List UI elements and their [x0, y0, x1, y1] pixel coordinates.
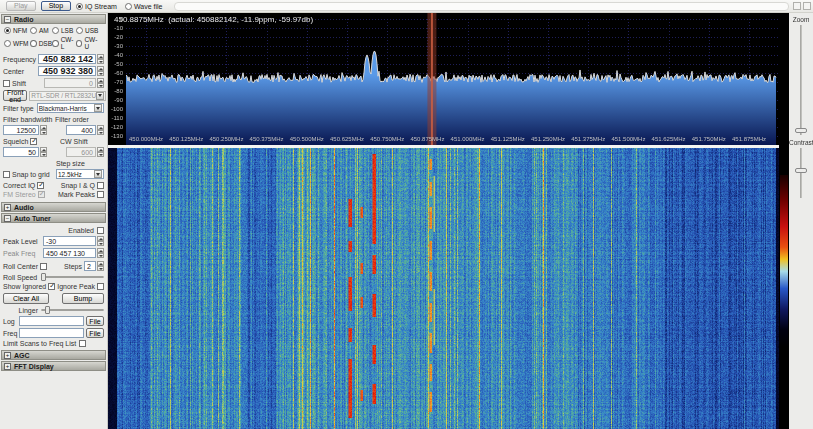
- collapse-icon[interactable]: −: [4, 215, 11, 222]
- ignore-peak-label: Ignore Peak: [57, 283, 95, 290]
- linger-slider[interactable]: [41, 306, 104, 314]
- filter-bandwidth-input[interactable]: 12500: [3, 125, 39, 135]
- agc-section-header[interactable]: + AGC: [1, 350, 106, 360]
- iq-stream-label: IQ Stream: [85, 3, 117, 10]
- freq-tick-label: 450.625MHz: [327, 136, 367, 142]
- snap-to-grid-checkbox[interactable]: [3, 171, 10, 178]
- sidebar: − Radio NFM AM LSB USB WFM DSB CW-L CW-U…: [0, 13, 108, 429]
- mode-am[interactable]: AM: [30, 27, 52, 34]
- db-tick-label: -40: [108, 52, 123, 58]
- fft-display-section-header[interactable]: + FFT Display: [1, 361, 106, 371]
- frequency-spinner[interactable]: [97, 54, 104, 64]
- filter-order-spinner[interactable]: [97, 125, 104, 135]
- front-end-button[interactable]: Front end: [3, 90, 27, 101]
- contrast-slider[interactable]: [789, 148, 813, 198]
- snap-iq-checkbox[interactable]: [97, 182, 104, 189]
- roll-center-checkbox[interactable]: [40, 263, 47, 270]
- mode-wfm[interactable]: WFM: [4, 36, 30, 50]
- center-spinner[interactable]: [97, 66, 104, 76]
- slider-thumb[interactable]: [41, 273, 46, 281]
- shift-spinner[interactable]: [97, 78, 104, 88]
- mode-lsb-radio-icon: [52, 27, 59, 34]
- expand-icon[interactable]: +: [4, 363, 11, 370]
- mode-cwl[interactable]: CW-L: [52, 36, 76, 50]
- step-size-select[interactable]: 12.5kHz: [56, 169, 104, 179]
- frequency-input[interactable]: 450 882 142: [38, 54, 96, 64]
- mode-cwu[interactable]: CW-U: [76, 36, 100, 50]
- correct-iq-checkbox[interactable]: [37, 182, 44, 189]
- limit-scans-checkbox[interactable]: [79, 340, 86, 347]
- dropdown-arrow-icon: [94, 104, 102, 112]
- mode-dsb[interactable]: DSB: [30, 36, 52, 50]
- freq-tick-label: 451.125MHz: [488, 136, 528, 142]
- play-button[interactable]: Play: [6, 1, 36, 11]
- corner-button-1[interactable]: [793, 2, 801, 10]
- linger-label: Linger: [3, 307, 41, 314]
- mode-nfm[interactable]: NFM: [4, 27, 30, 34]
- cw-shift-spinner[interactable]: [97, 147, 104, 157]
- db-tick-label: -30: [108, 43, 123, 49]
- corner-button-2[interactable]: [803, 2, 811, 10]
- cw-shift-input[interactable]: 600: [66, 147, 96, 157]
- shift-input[interactable]: 0: [44, 78, 96, 88]
- zoom-slider[interactable]: [789, 25, 813, 135]
- center-input[interactable]: 450 932 380: [38, 66, 96, 76]
- enabled-checkbox[interactable]: [97, 227, 104, 234]
- radio-section-header[interactable]: − Radio: [1, 14, 106, 24]
- ignore-peak-checkbox[interactable]: [97, 283, 104, 290]
- contrast-slider-thumb[interactable]: [795, 168, 807, 173]
- freq-list-input[interactable]: [19, 328, 84, 338]
- slider-thumb[interactable]: [45, 306, 50, 314]
- wave-file-radio-icon: [125, 3, 132, 10]
- filter-order-input[interactable]: 400: [66, 125, 96, 135]
- steps-input[interactable]: 2: [84, 261, 96, 271]
- display-area: 450.8875MHz (actual: 450882142, -11.9ppm…: [108, 13, 779, 429]
- iq-stream-radio-icon: [76, 3, 83, 10]
- show-ignored-checkbox[interactable]: [48, 283, 55, 290]
- spectrum-analyzer[interactable]: [108, 13, 779, 145]
- contrast-slider-label: Contrast: [789, 139, 813, 146]
- log-file-button[interactable]: File: [86, 316, 104, 326]
- wave-file-label: Wave file: [134, 3, 163, 10]
- radio-section-title: Radio: [14, 16, 33, 23]
- freq-file-button[interactable]: File: [86, 328, 104, 338]
- db-tick-label: -20: [108, 34, 123, 40]
- stop-button[interactable]: Stop: [41, 1, 71, 11]
- steps-spinner[interactable]: [97, 261, 104, 271]
- mode-lsb[interactable]: LSB: [52, 27, 76, 34]
- peak-level-input[interactable]: -30: [43, 236, 96, 246]
- expand-icon[interactable]: +: [4, 352, 11, 359]
- mark-peaks-checkbox[interactable]: [97, 191, 104, 198]
- peak-freq-label: Peak Freq: [3, 250, 43, 257]
- wave-file-radio[interactable]: Wave file: [125, 3, 163, 10]
- mode-usb[interactable]: USB: [76, 27, 100, 34]
- log-label: Log: [3, 318, 19, 325]
- waterfall-display[interactable]: [108, 148, 779, 429]
- collapse-icon[interactable]: −: [4, 16, 11, 23]
- enabled-label: Enabled: [68, 227, 94, 234]
- peak-freq-spinner[interactable]: [97, 248, 104, 258]
- front-end-select[interactable]: RTL-SDR / RTL2832U: [29, 91, 106, 101]
- toolbar-empty-strip: [174, 2, 789, 11]
- squelch-input[interactable]: 50: [3, 147, 39, 157]
- audio-section-header[interactable]: + Audio: [1, 202, 106, 212]
- squelch-checkbox[interactable]: [30, 138, 37, 145]
- freq-tick-label: 451.625MHz: [649, 136, 689, 142]
- roll-center-label: Roll Center: [3, 263, 38, 270]
- zoom-slider-thumb[interactable]: [795, 128, 807, 133]
- expand-icon[interactable]: +: [4, 204, 11, 211]
- squelch-spinner[interactable]: [40, 147, 47, 157]
- log-input[interactable]: [19, 316, 84, 326]
- mode-wfm-radio-icon: [4, 40, 11, 47]
- peak-freq-input[interactable]: 450 457 130: [43, 248, 96, 258]
- peak-level-spinner[interactable]: [97, 236, 104, 246]
- roll-speed-slider[interactable]: [41, 273, 104, 281]
- bump-button[interactable]: Bump: [62, 293, 104, 304]
- shift-checkbox[interactable]: [3, 80, 10, 87]
- iq-stream-radio[interactable]: IQ Stream: [76, 3, 117, 10]
- auto-tuner-section-header[interactable]: − Auto Tuner: [1, 213, 106, 223]
- freq-list-label: Freq: [3, 330, 19, 337]
- filter-bandwidth-spinner[interactable]: [40, 125, 47, 135]
- filter-type-select[interactable]: Blackman-Harris: [37, 103, 104, 113]
- clear-all-button[interactable]: Clear All: [3, 293, 49, 304]
